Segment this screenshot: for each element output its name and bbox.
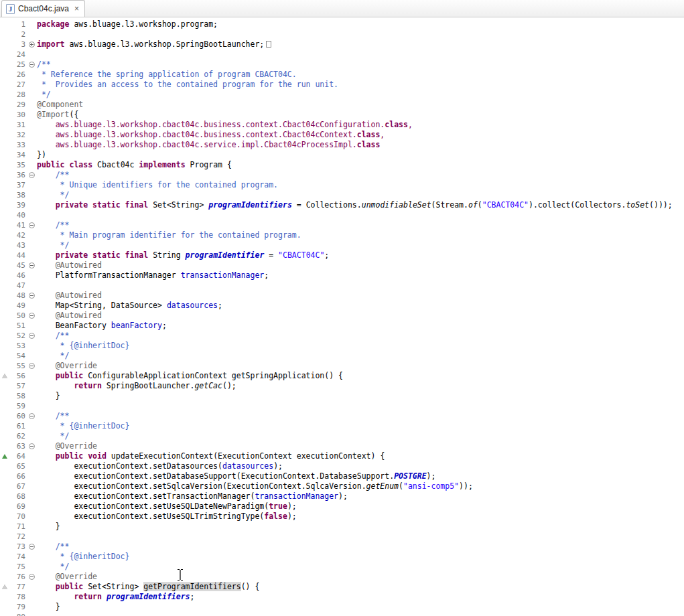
code-text[interactable] <box>37 50 684 60</box>
collapse-fold-icon[interactable] <box>29 413 35 419</box>
collapse-fold-icon[interactable] <box>29 262 35 268</box>
code-text[interactable]: private static final String programIdent… <box>37 250 684 260</box>
collapse-fold-icon[interactable] <box>29 62 35 68</box>
collapse-fold-icon[interactable] <box>29 544 35 550</box>
line-number[interactable]: 24 <box>9 50 26 60</box>
line-number[interactable]: 55 <box>9 361 26 371</box>
code-text[interactable]: } <box>37 391 684 401</box>
line-number[interactable]: 79 <box>9 602 26 612</box>
collapse-fold-icon[interactable] <box>29 333 35 339</box>
line-number[interactable]: 39 <box>9 200 26 210</box>
line-number[interactable]: 43 <box>9 240 26 250</box>
code-text[interactable]: import aws.bluage.l3.workshop.SpringBoot… <box>37 40 684 50</box>
line-number[interactable]: 64 <box>9 451 26 461</box>
line-number[interactable]: 34 <box>9 150 26 160</box>
code-text[interactable]: executionContext.setUseSQLTrimStringType… <box>37 512 684 522</box>
close-tab-icon[interactable]: × <box>74 5 79 13</box>
code-text[interactable]: public void updateExecutionContext(Execu… <box>37 451 684 461</box>
line-number[interactable]: 72 <box>9 532 26 542</box>
code-text[interactable]: @Autowired <box>37 291 684 301</box>
line-number[interactable]: 52 <box>9 331 26 341</box>
code-text[interactable]: */ <box>37 562 684 572</box>
code-text[interactable]: * {@inheritDoc} <box>37 341 684 351</box>
code-text[interactable]: } <box>37 522 684 532</box>
line-number[interactable]: 44 <box>9 250 26 260</box>
code-text[interactable] <box>37 532 684 542</box>
line-number[interactable]: 46 <box>9 271 26 281</box>
line-number[interactable]: 41 <box>9 220 26 230</box>
fold-column[interactable] <box>26 260 37 271</box>
code-text[interactable]: * Unique identifiers for the contained p… <box>37 180 684 190</box>
code-text[interactable]: public ConfigurableApplicationContext ge… <box>37 371 684 381</box>
line-number[interactable]: 74 <box>9 552 26 562</box>
code-text[interactable]: @Override <box>37 361 684 371</box>
code-text[interactable]: @Override <box>37 572 684 582</box>
code-text[interactable]: /** <box>37 60 684 70</box>
code-text[interactable]: * Reference the spring application of pr… <box>37 70 684 80</box>
fold-column[interactable] <box>26 40 37 50</box>
line-number[interactable]: 40 <box>9 210 26 220</box>
line-number[interactable]: 60 <box>9 411 26 421</box>
code-text[interactable]: PlatformTransactionManager transactionMa… <box>37 271 684 281</box>
line-number[interactable]: 53 <box>9 341 26 351</box>
code-text[interactable]: public Set<String> getProgramIdentifiers… <box>37 582 684 592</box>
line-number[interactable]: 42 <box>9 230 26 240</box>
code-text[interactable]: @Autowired <box>37 260 684 271</box>
code-text[interactable]: @Override <box>37 441 684 451</box>
code-text[interactable]: /** <box>37 220 684 230</box>
line-number[interactable]: 33 <box>9 140 26 150</box>
line-number[interactable]: 49 <box>9 301 26 311</box>
line-number[interactable]: 38 <box>9 190 26 200</box>
line-number[interactable]: 57 <box>9 381 26 391</box>
line-number[interactable]: 66 <box>9 471 26 481</box>
fold-column[interactable] <box>26 291 37 301</box>
line-number[interactable]: 76 <box>9 572 26 582</box>
code-text[interactable]: * Main program identifier for the contai… <box>37 230 684 240</box>
collapse-fold-icon[interactable] <box>29 363 35 369</box>
code-text[interactable] <box>37 29 684 40</box>
fold-column[interactable] <box>26 331 37 341</box>
collapse-fold-icon[interactable] <box>29 443 35 449</box>
line-number[interactable]: 47 <box>9 281 26 291</box>
code-text[interactable]: Map<String, DataSource> datasources; <box>37 301 684 311</box>
line-number[interactable]: 32 <box>9 130 26 140</box>
fold-column[interactable] <box>26 572 37 582</box>
line-number[interactable]: 28 <box>9 90 26 100</box>
code-text[interactable]: } <box>37 602 684 612</box>
code-text[interactable]: /** <box>37 331 684 341</box>
code-text[interactable]: executionContext.setUseSQLDateNewParadig… <box>37 502 684 512</box>
code-text[interactable]: * {@inheritDoc} <box>37 421 684 431</box>
line-number[interactable]: 37 <box>9 180 26 190</box>
line-number[interactable]: 78 <box>9 592 26 602</box>
code-text[interactable] <box>37 612 684 616</box>
line-number[interactable]: 58 <box>9 391 26 401</box>
line-number[interactable]: 2 <box>9 29 26 40</box>
line-number[interactable]: 75 <box>9 562 26 572</box>
line-number[interactable]: 62 <box>9 431 26 441</box>
line-number[interactable]: 27 <box>9 80 26 90</box>
line-number[interactable]: 35 <box>9 160 26 170</box>
code-text[interactable]: * Provides an access to the contained pr… <box>37 80 684 90</box>
code-text[interactable]: /** <box>37 542 684 552</box>
collapse-fold-icon[interactable] <box>29 313 35 319</box>
fold-column[interactable] <box>26 361 37 371</box>
code-text[interactable]: */ <box>37 431 684 441</box>
code-text[interactable]: @Autowired <box>37 311 684 321</box>
line-number[interactable]: 54 <box>9 351 26 361</box>
code-text[interactable] <box>37 210 684 220</box>
code-text[interactable] <box>37 281 684 291</box>
line-number[interactable]: 48 <box>9 291 26 301</box>
fold-column[interactable] <box>26 220 37 230</box>
line-number[interactable]: 69 <box>9 502 26 512</box>
code-text[interactable]: executionContext.setTransactionManager(t… <box>37 491 684 502</box>
line-number[interactable]: 68 <box>9 491 26 502</box>
editor[interactable]: 1package aws.bluage.l3.workshop.program;… <box>0 17 684 616</box>
code-text[interactable]: */ <box>37 240 684 250</box>
collapse-fold-icon[interactable] <box>29 293 35 299</box>
code-text[interactable]: * {@inheritDoc} <box>37 552 684 562</box>
line-number[interactable]: 26 <box>9 70 26 80</box>
line-number[interactable]: 70 <box>9 512 26 522</box>
line-number[interactable]: 30 <box>9 110 26 120</box>
line-number[interactable]: 63 <box>9 441 26 451</box>
line-number[interactable]: 3 <box>9 40 26 50</box>
